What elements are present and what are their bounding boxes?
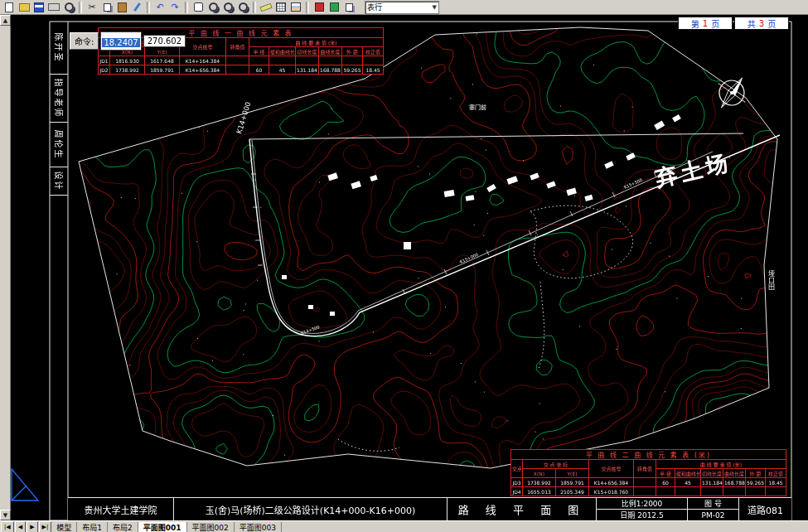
col-header: 半 径 xyxy=(656,469,675,478)
col-header: 切线长度 xyxy=(701,469,723,478)
figure-number: PM-02 xyxy=(688,510,738,520)
new-button[interactable] xyxy=(2,1,17,14)
tab-layout2[interactable]: 布局2 xyxy=(108,522,138,532)
toolbar: ✂ ↶ ↷ 表行 ▼ xyxy=(0,0,808,15)
page-label: 第 xyxy=(691,17,699,30)
match-properties-button[interactable] xyxy=(129,1,144,14)
command-bar: 命令: 18.2407 270.602 xyxy=(70,31,186,51)
col-header: 交点桩号 xyxy=(589,460,634,478)
zoom-previous-button[interactable] xyxy=(235,1,250,14)
page-indicator-total: 共3页 xyxy=(734,17,789,30)
distance-icon xyxy=(259,2,272,11)
command-input-x[interactable]: 18.2407 xyxy=(100,31,141,51)
save-button[interactable] xyxy=(31,1,46,14)
col-header: 曲线长度 xyxy=(723,469,746,478)
undo-button[interactable]: ↶ xyxy=(152,1,167,14)
print-button[interactable] xyxy=(46,1,61,14)
open-icon xyxy=(19,3,30,12)
toolbar-separator xyxy=(253,2,256,13)
command-label: 命令: xyxy=(70,32,99,50)
title-strip: 陈开圣 指导老师 周伦生 设计 xyxy=(50,22,68,497)
col-header: 交点桩号 xyxy=(180,38,226,56)
scale-date-cell: 比例1:2000 日期 2012.5 xyxy=(597,498,688,520)
designer-name-cell: 周伦生 xyxy=(50,123,68,167)
col-header: 缓和曲线长度 xyxy=(675,469,701,478)
tab-plan001[interactable]: 平面图001 xyxy=(138,522,187,532)
page-label: 页 xyxy=(767,17,776,30)
page-label: 共 xyxy=(748,17,756,30)
tab-layout1[interactable]: 布局1 xyxy=(77,522,108,532)
curve-table-2: 平 曲 线 二 曲 线 元 素 表 (米) 交点号 交 点 坐 标 交点桩号 转… xyxy=(510,449,786,496)
redraw-icon xyxy=(276,2,286,12)
school-cell: 贵州大学土建学院 xyxy=(68,498,174,520)
pan-icon xyxy=(194,2,203,12)
page-number: 1 xyxy=(703,19,708,28)
copy-button[interactable] xyxy=(99,1,114,14)
print-preview-button[interactable] xyxy=(61,1,76,14)
tab-plan003[interactable]: 平面图003 xyxy=(235,522,282,532)
table-title: 平 曲 线 二 曲 线 元 素 表 (米) xyxy=(511,450,786,460)
col-header: 校正值 xyxy=(363,47,384,56)
print-icon xyxy=(48,3,60,11)
redo-button[interactable]: ↷ xyxy=(167,1,182,14)
scale-value: 比例1:2000 xyxy=(597,498,687,510)
paste-button[interactable] xyxy=(114,1,129,14)
toolbar-separator xyxy=(79,2,82,13)
print-preview-icon xyxy=(65,2,74,12)
project-cell: 玉(舍)马(场桥)二级公路设计(K14+000-K16+000) xyxy=(174,498,448,520)
layers-icon xyxy=(291,2,301,12)
col-header: 曲 线 要 素 值 (米) xyxy=(656,460,786,469)
color-red-button[interactable] xyxy=(312,1,327,14)
figure-label: 图 号 xyxy=(688,498,738,510)
zoom-window-button[interactable] xyxy=(220,1,235,14)
distance-button[interactable] xyxy=(259,1,273,14)
zoom-realtime-button[interactable] xyxy=(206,1,220,14)
advisor-label-cell: 指导老师 xyxy=(50,75,68,123)
undo-icon: ↶ xyxy=(156,2,163,12)
tab-last-button[interactable]: ▶| xyxy=(39,521,52,532)
col-header: 外 距 xyxy=(746,469,766,478)
left-scrollbar[interactable]: ▲ ▼ xyxy=(0,15,11,520)
tab-prev-button[interactable]: ◀ xyxy=(15,521,26,532)
redraw-button[interactable] xyxy=(273,1,288,14)
col-header: 交点号 xyxy=(511,460,523,478)
page-indicator-current: 第1页 xyxy=(678,17,733,30)
properties-icon xyxy=(346,3,353,12)
layers-button[interactable] xyxy=(288,1,303,14)
table-row: JD21738.9921859.791K14+656.3846045131.18… xyxy=(99,65,384,75)
text-style-value: 表行 xyxy=(367,2,382,12)
tab-next-button[interactable]: ▶ xyxy=(27,521,37,532)
drawing-name-cell: 路 线 平 面 图 xyxy=(448,498,597,520)
col-header: 缓和曲线长度 xyxy=(269,47,296,56)
scroll-down-button[interactable]: ▼ xyxy=(0,510,11,520)
scroll-up-button[interactable]: ▲ xyxy=(0,15,11,26)
down-arrow-icon: ▼ xyxy=(3,512,7,519)
cut-icon: ✂ xyxy=(88,2,95,12)
col-header: 半 径 xyxy=(249,47,269,56)
zoom-previous-icon xyxy=(239,2,248,12)
toolbar-separator xyxy=(185,2,188,13)
color-green-button[interactable] xyxy=(327,1,341,14)
toolbar-separator xyxy=(306,2,309,13)
tab-first-button[interactable]: |◀ xyxy=(1,521,14,532)
properties-button[interactable] xyxy=(341,1,356,14)
layout-tab-bar: |◀ ◀ ▶ ▶| 模型 布局1 布局2 平面图001 平面图002 平面图00… xyxy=(0,520,808,532)
command-input-y[interactable]: 270.602 xyxy=(143,35,186,47)
zoom-window-icon xyxy=(224,2,233,12)
tab-plan002[interactable]: 平面图002 xyxy=(187,522,235,532)
text-style-combo[interactable]: 表行 ▼ xyxy=(365,1,439,14)
save-icon xyxy=(34,2,44,12)
color-green-icon xyxy=(330,2,339,12)
col-header: 切线长度 xyxy=(296,47,319,56)
cut-button[interactable]: ✂ xyxy=(85,1,99,14)
new-icon xyxy=(5,2,13,12)
col-header: 转角值 xyxy=(226,38,249,56)
color-red-icon xyxy=(315,2,324,12)
tab-model[interactable]: 模型 xyxy=(51,522,77,532)
copy-icon xyxy=(104,3,111,12)
table-row: JD11816.9301617.648K14+164.384 xyxy=(99,56,384,65)
col-header: Y(E) xyxy=(556,469,589,478)
pan-button[interactable] xyxy=(191,1,206,14)
open-button[interactable] xyxy=(17,1,31,14)
title-strip-blank xyxy=(50,196,68,497)
